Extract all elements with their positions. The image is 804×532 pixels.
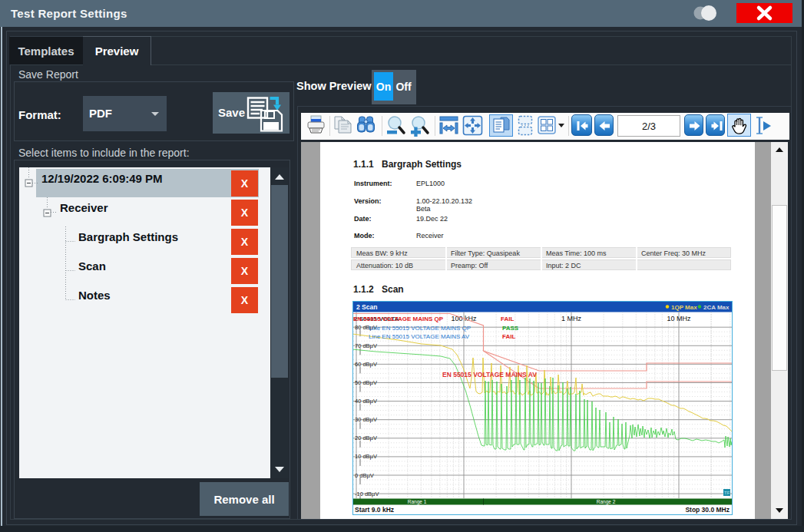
- svg-text:70 dBµV: 70 dBµV: [355, 342, 377, 349]
- svg-text:Line EN 55015 VOLTAGE MAINS QP: Line EN 55015 VOLTAGE MAINS QP: [369, 325, 471, 332]
- svg-text:Range 2: Range 2: [597, 499, 616, 505]
- svg-text:TF: TF: [724, 491, 730, 495]
- svg-text:10 MHz: 10 MHz: [667, 315, 691, 322]
- svg-text:20 dBµV: 20 dBµV: [355, 435, 377, 441]
- svg-text:0 dBµV: 0 dBµV: [355, 472, 374, 479]
- svg-text:Line EN 55015 VOLTAGE MAINS AV: Line EN 55015 VOLTAGE MAINS AV: [369, 333, 470, 340]
- svg-text:2 Scan: 2 Scan: [356, 303, 377, 311]
- svg-text:10 dBµV: 10 dBµV: [355, 453, 377, 460]
- svg-text:EN 55015 VOLTAGE MAINS AV: EN 55015 VOLTAGE MAINS AV: [442, 371, 537, 378]
- svg-text:FAIL: FAIL: [501, 316, 514, 322]
- svg-text:60 dBµV: 60 dBµV: [355, 361, 377, 368]
- svg-text:1 MHz: 1 MHz: [561, 315, 582, 322]
- svg-text:50 dBµV: 50 dBµV: [355, 379, 377, 386]
- svg-text:-10 dBµV: -10 dBµV: [355, 491, 379, 497]
- svg-text:Range 1: Range 1: [408, 499, 427, 505]
- svg-text:Stop 30.0 MHz: Stop 30.0 MHz: [685, 506, 730, 514]
- svg-text:2CA Max: 2CA Max: [703, 304, 730, 311]
- svg-text:40 dBµV: 40 dBµV: [355, 398, 377, 405]
- svg-text:FAIL: FAIL: [502, 333, 515, 340]
- svg-text:PASS: PASS: [502, 325, 519, 332]
- svg-text:30 dBµV: 30 dBµV: [355, 416, 377, 423]
- svg-text:EN 55015 VOLTAGE MAINS QP: EN 55015 VOLTAGE MAINS QP: [353, 316, 444, 322]
- svg-text:Start 9.0 kHz: Start 9.0 kHz: [355, 506, 394, 514]
- svg-text:1QP Max: 1QP Max: [671, 304, 697, 311]
